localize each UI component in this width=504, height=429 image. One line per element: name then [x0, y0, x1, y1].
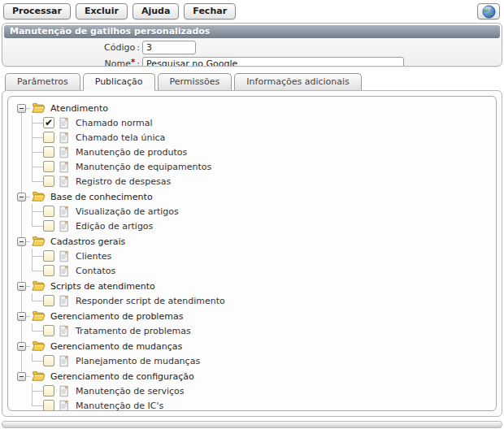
nome-input[interactable] — [142, 57, 404, 67]
tree-item-label: Chamado tela única — [76, 132, 165, 143]
tab-bar: Parâmetros Publicação Permissões Informa… — [5, 72, 504, 90]
tree-item-row: Manutenção de equipamentos — [8, 159, 496, 174]
document-icon — [59, 295, 69, 307]
collapse-minus-icon[interactable] — [17, 372, 26, 381]
tree-item-label: Edição de artigos — [76, 221, 153, 232]
maintenance-panel: Manutenção de gatilhos personalizados Có… — [2, 23, 502, 67]
tree-item-label: Visualização de artigos — [76, 206, 179, 217]
tree-item-row: Contatos — [8, 263, 496, 278]
tree-item-row: Manutenção de produtos — [8, 145, 496, 159]
document-icon — [59, 325, 69, 337]
item-checkbox[interactable]: ✔ — [43, 117, 54, 128]
globe-icon — [482, 5, 496, 19]
document-icon — [59, 146, 69, 158]
item-checkbox[interactable] — [43, 355, 54, 366]
document-icon — [59, 132, 69, 144]
help-button[interactable]: Ajuda — [133, 3, 179, 20]
item-checkbox[interactable] — [43, 325, 54, 336]
folder-open-icon — [32, 102, 46, 114]
codigo-label: Código: — [2, 41, 142, 53]
language-globe-button[interactable] — [477, 3, 500, 20]
tree-item-row: Registro de despesas — [8, 174, 496, 188]
item-checkbox[interactable] — [43, 161, 54, 172]
tree-item-label: Manutenção de IC's — [76, 401, 163, 411]
item-checkbox[interactable] — [43, 385, 54, 396]
delete-button[interactable]: Excluir — [76, 3, 128, 20]
document-icon — [59, 206, 69, 218]
tree-group-row: Gerenciamento de mudanças — [8, 339, 496, 353]
collapse-minus-icon[interactable] — [17, 237, 26, 246]
tree-item-row: Chamado tela única — [8, 130, 496, 145]
tree-group: Atendimento✔Chamado normalChamado tela ú… — [8, 101, 496, 188]
item-checkbox[interactable] — [43, 206, 54, 217]
tree-group: Gerenciamento de problemasTratamento de … — [8, 309, 496, 338]
process-button[interactable]: Processar — [3, 3, 71, 20]
folder-open-icon — [32, 370, 46, 382]
collapse-minus-icon[interactable] — [17, 193, 26, 202]
tree-group-label: Scripts de atendimento — [50, 281, 155, 292]
tree-group-row: Cadastros gerais — [8, 234, 496, 249]
tree-item-row: Responder script de atendimento — [8, 293, 496, 308]
tree-group-row: Base de conhecimento — [8, 189, 496, 204]
tree-item-row: Tratamento de problemas — [8, 323, 496, 338]
tab-publicacao[interactable]: Publicação — [83, 73, 155, 91]
tree-group: Scripts de atendimentoResponder script d… — [8, 279, 496, 308]
folder-open-icon — [32, 310, 46, 322]
permission-tree: Atendimento✔Chamado normalChamado tela ú… — [7, 96, 497, 411]
collapse-minus-icon[interactable] — [17, 282, 26, 291]
tree-item-label: Chamado normal — [76, 118, 153, 128]
tree-item-row: Clientes — [8, 249, 496, 263]
item-checkbox[interactable] — [43, 176, 54, 187]
tree-group: Gerenciamento de mudançasPlanejamento de… — [8, 339, 496, 368]
tree-group-label: Base de conhecimento — [50, 192, 153, 202]
tab-content: Atendimento✔Chamado normalChamado tela ú… — [2, 90, 502, 417]
tree-group-label: Gerenciamento de mudanças — [50, 341, 182, 352]
tree-group-row: Scripts de atendimento — [8, 279, 496, 293]
item-checkbox[interactable] — [43, 265, 54, 276]
item-checkbox[interactable] — [43, 146, 54, 158]
collapse-minus-icon[interactable] — [17, 342, 26, 351]
folder-open-icon — [32, 280, 46, 292]
tree-item-row: Manutenção de IC's — [8, 398, 496, 411]
folder-open-icon — [32, 236, 46, 247]
tree-item-row: Manutenção de serviços — [8, 384, 496, 398]
tab-informacoes-adicionais[interactable]: Informações adicionais — [234, 73, 362, 90]
folder-open-icon — [32, 191, 46, 202]
document-icon — [59, 250, 69, 262]
nome-label: Nome*: — [2, 58, 142, 67]
tab-parametros[interactable]: Parâmetros — [5, 73, 80, 90]
document-icon — [59, 176, 69, 188]
item-checkbox[interactable] — [43, 220, 54, 232]
codigo-row: Código: — [2, 40, 502, 54]
item-checkbox[interactable] — [43, 295, 54, 306]
close-button[interactable]: Fechar — [184, 3, 236, 20]
collapse-minus-icon[interactable] — [17, 312, 26, 321]
tree-item-row: Visualização de artigos — [8, 204, 496, 219]
tree-group-label: Gerenciamento de configuração — [50, 371, 194, 382]
folder-open-icon — [32, 340, 46, 352]
document-icon — [59, 265, 69, 277]
tree-item-row: Planejamento de mudanças — [8, 353, 496, 368]
collapse-minus-icon[interactable] — [17, 104, 26, 113]
tree-group-row: Gerenciamento de problemas — [8, 309, 496, 323]
tree-item-label: Planejamento de mudanças — [76, 356, 200, 366]
tree-group: Gerenciamento de configuraçãoManutenção … — [8, 369, 496, 411]
item-checkbox[interactable] — [43, 250, 54, 262]
bottom-bar — [2, 421, 502, 428]
tree-item-label: Manutenção de equipamentos — [76, 162, 211, 172]
tab-permissoes[interactable]: Permissões — [158, 73, 232, 90]
tree-group-label: Cadastros gerais — [50, 236, 125, 247]
tree-item-label: Clientes — [76, 251, 111, 262]
tree-group-label: Gerenciamento de problemas — [50, 311, 183, 322]
nome-row: Nome*: — [2, 56, 502, 67]
document-icon — [59, 220, 69, 232]
codigo-input[interactable] — [142, 41, 196, 54]
tree-item-row: ✔Chamado normal — [8, 115, 496, 130]
document-icon — [59, 400, 69, 412]
tree-group: Cadastros geraisClientesContatos — [8, 234, 496, 278]
tree-item-label: Manutenção de produtos — [76, 147, 187, 158]
tree-group-row: Atendimento — [8, 101, 496, 115]
tree-item-label: Registro de despesas — [76, 176, 171, 187]
item-checkbox[interactable] — [43, 400, 54, 411]
item-checkbox[interactable] — [43, 132, 54, 143]
